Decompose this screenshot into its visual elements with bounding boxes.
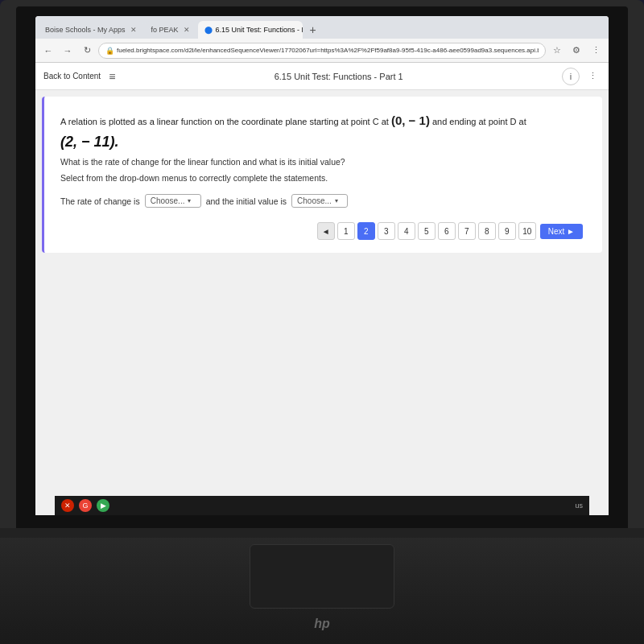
question-intro-text: A relation is plotted as a linear functi… [60, 117, 389, 126]
page-1-button[interactable]: 1 [337, 222, 355, 240]
page-6-button[interactable]: 6 [438, 222, 456, 240]
hamburger-menu[interactable]: ≡ [109, 70, 115, 83]
dropdown2-label: Choose... [297, 196, 332, 205]
screen-bezel: Boise Schools - My Apps ✕ fo PEAK ✕ ⬤ 6.… [16, 6, 628, 531]
tab-peak[interactable]: fo PEAK ✕ [145, 21, 196, 39]
back-nav-button[interactable]: ← [40, 43, 56, 59]
tab-peak-label: fo PEAK [151, 26, 179, 34]
taskbar-right: us [575, 502, 583, 510]
answer-prefix: The rate of change is [60, 196, 140, 206]
tab-boise[interactable]: Boise Schools - My Apps ✕ [39, 21, 143, 39]
content-area: A relation is plotted as a linear functi… [35, 90, 609, 515]
tab-boise-label: Boise Schools - My Apps [45, 26, 126, 34]
taskbar-play-icon[interactable]: ▶ [97, 499, 109, 512]
dropdown1-arrow: ▾ [188, 197, 191, 204]
dropdown1-label: Choose... [151, 196, 185, 205]
back-to-content-link[interactable]: Back to Content [43, 72, 101, 80]
answer-middle: and the initial value is [206, 196, 287, 206]
hp-logo: hp [314, 617, 330, 631]
url-bar[interactable]: 🔒 fueled.brightspace.com/d2l/le/enhanced… [98, 43, 546, 59]
next-button[interactable]: Next ► [540, 224, 583, 239]
point-d-display: (2, − 11). [60, 134, 586, 151]
taskbar-chrome-icon[interactable]: G [79, 499, 92, 512]
taskbar-icon-x[interactable]: ✕ [61, 499, 74, 512]
toolbar-right: i ⋮ [562, 68, 601, 85]
reload-button[interactable]: ↻ [79, 43, 95, 59]
tab-peak-close[interactable]: ✕ [184, 26, 190, 34]
page-10-button[interactable]: 10 [518, 222, 536, 240]
info-button[interactable]: i [562, 68, 580, 85]
browser-window: Boise Schools - My Apps ✕ fo PEAK ✕ ⬤ 6.… [35, 16, 609, 515]
tab-unit-test-label: 6.15 Unit Test: Functions - Part 1 [216, 26, 303, 34]
question-sub2: Select from the drop-down menus to corre… [60, 173, 586, 183]
tab-boise-close[interactable]: ✕ [130, 26, 137, 34]
point-c-coords: (0, − 1) [391, 114, 430, 127]
page-7-button[interactable]: 7 [458, 222, 476, 240]
laptop-screen-outer: Boise Schools - My Apps ✕ fo PEAK ✕ ⬤ 6.… [0, 0, 644, 531]
taskbar-left: ✕ G ▶ [61, 499, 109, 512]
lms-more-button[interactable]: ⋮ [584, 68, 601, 85]
page-5-button[interactable]: 5 [418, 222, 436, 240]
question-sub1: What is the rate of change for the linea… [60, 157, 586, 167]
lms-page-title: 6.15 Unit Test: Functions - Part 1 [115, 72, 562, 81]
dropdown2-arrow: ▾ [335, 197, 338, 204]
rate-of-change-dropdown[interactable]: Choose... ▾ [145, 194, 201, 208]
prev-page-button[interactable]: ◄ [317, 222, 335, 240]
pagination: ◄ 1 2 3 4 5 6 7 8 9 10 Next ► [60, 222, 586, 240]
laptop-hinge [0, 528, 644, 538]
url-text: fueled.brightspace.com/d2l/le/enhancedSe… [117, 47, 539, 54]
page-4-button[interactable]: 4 [398, 222, 415, 240]
page-8-button[interactable]: 8 [478, 222, 496, 240]
page-3-button[interactable]: 3 [378, 222, 395, 240]
tab-favicon: ⬤ [204, 26, 213, 34]
initial-value-dropdown[interactable]: Choose... ▾ [291, 194, 348, 208]
new-tab-button[interactable]: + [304, 21, 322, 39]
lock-icon: 🔒 [105, 47, 114, 55]
tab-unit-test[interactable]: ⬤ 6.15 Unit Test: Functions - Part 1 ✕ [198, 21, 303, 39]
taskbar-locale: us [575, 502, 583, 510]
page-2-button[interactable]: 2 [357, 222, 375, 240]
lms-toolbar: Back to Content ≡ 6.15 Unit Test: Functi… [35, 63, 609, 90]
page-9-button[interactable]: 9 [498, 222, 516, 240]
menu-button[interactable]: ⋮ [588, 43, 604, 59]
extensions-button[interactable]: ⚙ [568, 43, 584, 59]
answer-row: The rate of change is Choose... ▾ and th… [60, 194, 586, 208]
tab-bar: Boise Schools - My Apps ✕ fo PEAK ✕ ⬤ 6.… [35, 16, 609, 39]
forward-nav-button[interactable]: → [60, 43, 76, 59]
address-bar: ← → ↻ 🔒 fueled.brightspace.com/d2l/le/en… [35, 39, 609, 63]
taskbar: ✕ G ▶ us [55, 496, 589, 515]
bookmark-button[interactable]: ☆ [549, 43, 565, 59]
question-card: A relation is plotted as a linear functi… [42, 97, 602, 253]
laptop-bottom: hp [0, 528, 644, 644]
question-intro: A relation is plotted as a linear functi… [60, 111, 586, 130]
point-c-suffix: and ending at point D at [432, 117, 526, 126]
trackpad[interactable] [250, 544, 394, 609]
